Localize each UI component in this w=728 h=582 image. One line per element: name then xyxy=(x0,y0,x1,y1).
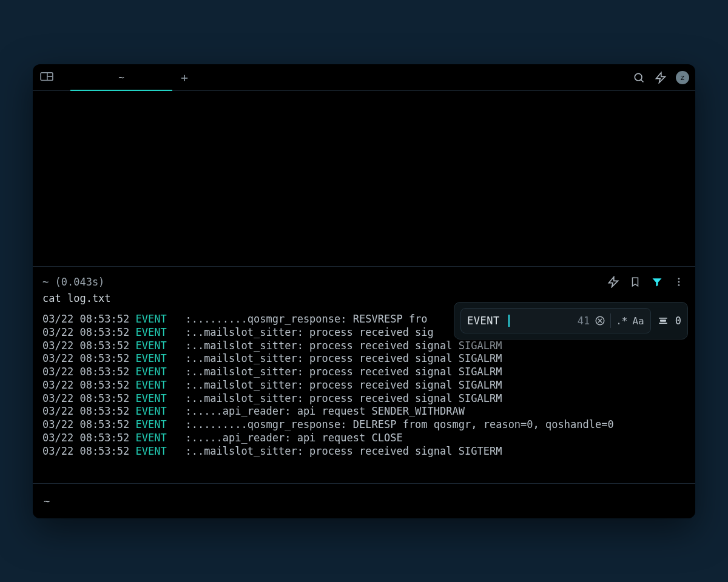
log-line: 03/22 08:53:52 EVENT :..mailslot_sitter:… xyxy=(42,392,686,406)
prompt-text: ~ xyxy=(44,495,50,507)
log-line: 03/22 08:53:52 EVENT :.....api_reader: a… xyxy=(42,405,686,418)
output-pane: ~ (0.043s) xyxy=(33,267,695,483)
split-panes-icon[interactable] xyxy=(40,72,53,83)
tab-label: ~ xyxy=(118,72,124,83)
terminal-window: ~ + z ~ (0.043s xyxy=(33,64,695,518)
svg-point-7 xyxy=(678,278,680,279)
log-line: 03/22 08:53:52 EVENT :..mailslot_sitter:… xyxy=(42,366,686,379)
filter-icon[interactable] xyxy=(650,275,664,289)
more-icon[interactable] xyxy=(672,275,686,289)
new-tab-button[interactable]: + xyxy=(172,64,197,91)
case-sensitive-toggle[interactable]: Aa xyxy=(632,315,644,327)
selection-group: 0 xyxy=(657,315,681,327)
svg-line-4 xyxy=(641,79,643,82)
bolt-icon[interactable] xyxy=(607,275,620,289)
divider xyxy=(610,313,611,328)
clear-icon[interactable] xyxy=(595,315,605,326)
search-field: 41 .* Aa xyxy=(460,308,651,333)
tab-home[interactable]: ~ xyxy=(70,64,172,91)
block-actions xyxy=(607,275,686,289)
search-input[interactable] xyxy=(467,315,510,327)
block-meta: ~ (0.043s) xyxy=(42,276,104,288)
select-lines-icon[interactable] xyxy=(657,315,669,327)
tab-bar: ~ + xyxy=(70,64,197,91)
svg-point-3 xyxy=(635,73,642,81)
svg-point-8 xyxy=(678,281,680,283)
output-pane-empty xyxy=(33,91,695,267)
log-line: 03/22 08:53:52 EVENT :.....api_reader: a… xyxy=(42,432,686,445)
bookmark-icon[interactable] xyxy=(629,275,642,289)
titlebar: ~ + z xyxy=(33,64,695,91)
svg-marker-5 xyxy=(656,72,666,82)
text-cursor xyxy=(508,315,510,327)
svg-rect-14 xyxy=(660,319,666,321)
log-line: 03/22 08:53:52 EVENT :..mailslot_sitter:… xyxy=(42,379,686,392)
search-icon[interactable] xyxy=(632,71,645,84)
search-panel: 41 .* Aa 0 xyxy=(454,302,688,340)
block-header: ~ (0.043s) xyxy=(42,275,686,289)
svg-marker-6 xyxy=(609,277,618,287)
plus-icon: + xyxy=(181,70,188,85)
log-line: 03/22 08:53:52 EVENT :..mailslot_sitter:… xyxy=(42,445,686,458)
log-line: 03/22 08:53:52 EVENT :..mailslot_sitter:… xyxy=(42,340,686,353)
bolt-icon[interactable] xyxy=(654,71,667,84)
selection-count: 0 xyxy=(675,315,681,327)
avatar[interactable]: z xyxy=(676,71,689,84)
prompt-pane[interactable]: ~ xyxy=(33,483,695,518)
log-line: 03/22 08:53:52 EVENT :.........qosmgr_re… xyxy=(42,418,686,432)
log-line: 03/22 08:53:52 EVENT :..mailslot_sitter:… xyxy=(42,352,686,366)
titlebar-actions: z xyxy=(632,71,689,84)
avatar-initial: z xyxy=(681,73,684,82)
svg-point-9 xyxy=(678,284,680,286)
regex-toggle[interactable]: .* xyxy=(616,315,627,327)
search-match-count: 41 xyxy=(578,315,590,327)
